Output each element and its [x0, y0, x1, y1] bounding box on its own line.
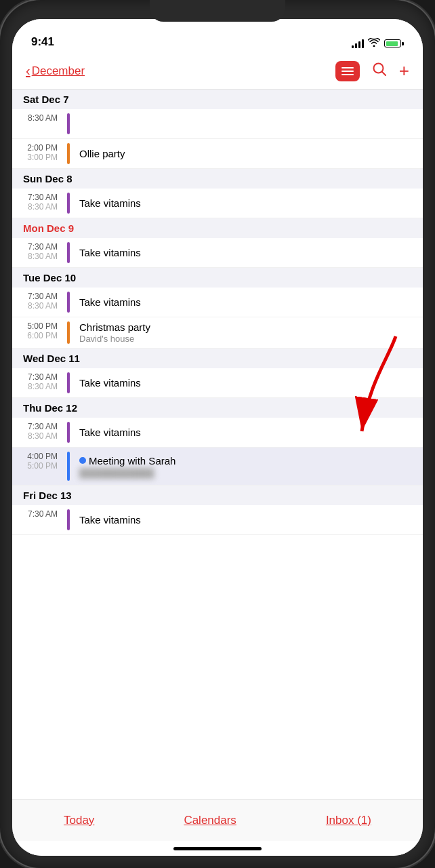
- event-time: 8:30 AM: [12, 109, 63, 138]
- event-content: [74, 109, 423, 138]
- event-content: Christmas party David's house: [74, 317, 423, 348]
- event-title: Take vitamins: [79, 247, 417, 258]
- chevron-left-icon: ‹: [26, 63, 30, 79]
- event-color-bar: [67, 422, 70, 443]
- day-header-wed-dec-11: Wed Dec 11: [12, 349, 423, 368]
- event-time: 7:30 AM 8:30 AM: [12, 189, 63, 218]
- event-content: Ollie party: [74, 139, 423, 168]
- phone-frame: 9:41: [0, 0, 435, 868]
- home-indicator: [12, 841, 423, 856]
- tab-today[interactable]: Today: [56, 808, 102, 833]
- nav-actions: +: [335, 60, 409, 81]
- event-row[interactable]: 5:00 PM 6:00 PM Christmas party David's …: [12, 317, 423, 349]
- event-content: Meeting with Sarah ████████████: [74, 448, 423, 485]
- event-time: 7:30 AM: [12, 505, 63, 534]
- day-header-sat-dec-7: Sat Dec 7: [12, 90, 423, 109]
- signal-bar-4: [362, 39, 364, 48]
- status-time: 9:41: [31, 35, 54, 49]
- event-title: Meeting with Sarah: [89, 455, 175, 467]
- event-color-bar: [67, 372, 70, 393]
- event-color-bar: [67, 321, 70, 344]
- event-row[interactable]: 2:00 PM 3:00 PM Ollie party: [12, 139, 423, 169]
- event-color-bar: [67, 509, 70, 530]
- event-color-bar: [67, 143, 70, 164]
- event-time: 7:30 AM 8:30 AM: [12, 368, 63, 397]
- event-row[interactable]: 7:30 AM 8:30 AM Take vitamins: [12, 288, 423, 317]
- event-content: Take vitamins: [74, 505, 423, 534]
- battery-icon: [384, 39, 404, 47]
- status-icons: [352, 38, 404, 49]
- event-time: 5:00 PM 6:00 PM: [12, 317, 63, 348]
- wifi-icon: [368, 38, 380, 49]
- event-time: 4:00 PM 5:00 PM: [12, 448, 63, 485]
- list-view-button[interactable]: [335, 61, 360, 81]
- nav-bar: ‹ December +: [12, 53, 423, 90]
- event-title: Ollie party: [79, 148, 417, 159]
- event-title: Take vitamins: [79, 296, 417, 308]
- event-title: Take vitamins: [79, 514, 417, 526]
- event-content: Take vitamins: [74, 288, 423, 317]
- event-row[interactable]: 7:30 AM Take vitamins: [12, 505, 423, 535]
- event-content: Take vitamins: [74, 368, 423, 397]
- signal-bar-1: [352, 45, 354, 48]
- event-row[interactable]: 8:30 AM: [12, 109, 423, 139]
- event-row[interactable]: 7:30 AM 8:30 AM Take vitamins: [12, 418, 423, 448]
- tab-bar: Today Calendars Inbox (1): [12, 799, 423, 841]
- event-time: 2:00 PM 3:00 PM: [12, 139, 63, 168]
- event-subtitle: David's house: [79, 334, 417, 344]
- phone-screen: 9:41: [12, 19, 423, 856]
- day-header-sun-dec-8: Sun Dec 8: [12, 169, 423, 189]
- event-time: 7:30 AM 8:30 AM: [12, 288, 63, 317]
- signal-bars-icon: [352, 39, 364, 48]
- event-color-bar: [67, 113, 70, 134]
- event-content: Take vitamins: [74, 189, 423, 218]
- event-row[interactable]: 7:30 AM 8:30 AM Take vitamins: [12, 238, 423, 268]
- event-content: Take vitamins: [74, 418, 423, 447]
- event-title: Christmas party: [79, 321, 417, 333]
- search-button[interactable]: [372, 62, 387, 81]
- home-bar: [173, 847, 262, 850]
- event-row[interactable]: 7:30 AM 8:30 AM Take vitamins: [12, 368, 423, 398]
- event-dot-icon: [79, 457, 86, 464]
- tab-calendars[interactable]: Calendars: [175, 808, 245, 833]
- tab-inbox[interactable]: Inbox (1): [318, 808, 379, 833]
- back-label: December: [32, 64, 85, 78]
- event-color-bar: [67, 292, 70, 313]
- event-color-bar: [67, 193, 70, 214]
- signal-bar-3: [358, 41, 360, 48]
- event-blurred-detail: ████████████: [79, 468, 417, 478]
- hamburger-icon: [341, 67, 354, 75]
- day-header-thu-dec-12: Thu Dec 12: [12, 398, 423, 418]
- svg-line-1: [381, 71, 386, 75]
- event-row[interactable]: 7:30 AM 8:30 AM Take vitamins: [12, 189, 423, 218]
- back-button[interactable]: ‹ December: [26, 63, 85, 79]
- event-time: 7:30 AM 8:30 AM: [12, 238, 63, 267]
- event-time: 7:30 AM 8:30 AM: [12, 418, 63, 447]
- status-bar: 9:41: [12, 19, 423, 53]
- calendar-list: Sat Dec 7 8:30 AM 2:00 PM 3:00 PM Ollie …: [12, 90, 423, 799]
- event-color-bar: [67, 242, 70, 263]
- add-button[interactable]: +: [399, 60, 409, 81]
- event-title: Take vitamins: [79, 427, 417, 438]
- event-content: Take vitamins: [74, 238, 423, 267]
- event-row-meeting-sarah[interactable]: 4:00 PM 5:00 PM Meeting with Sarah █████…: [12, 448, 423, 486]
- event-title: Take vitamins: [79, 197, 417, 209]
- event-color-bar: [67, 452, 70, 481]
- signal-bar-2: [355, 43, 357, 48]
- notch: [150, 0, 285, 22]
- day-header-tue-dec-10: Tue Dec 10: [12, 268, 423, 288]
- day-header-fri-dec-13: Fri Dec 13: [12, 486, 423, 505]
- day-header-mon-dec-9: Mon Dec 9: [12, 218, 423, 238]
- event-title: Take vitamins: [79, 377, 417, 389]
